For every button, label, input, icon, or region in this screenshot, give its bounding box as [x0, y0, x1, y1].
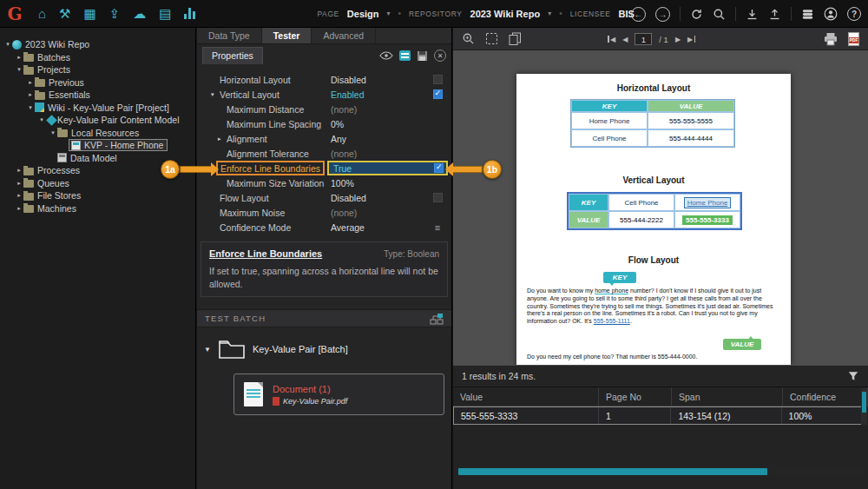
tab-data-type[interactable]: Data Type [197, 28, 262, 43]
menu-icon[interactable]: ≡ [435, 222, 440, 233]
document-page[interactable]: Horizontal Layout KEY VALUE Home Phone 5… [516, 74, 791, 365]
page-selector[interactable]: Design [347, 9, 379, 19]
tree-item-content-model[interactable]: ▾ Key-Value Pair Content Model [0, 114, 195, 127]
repository-selector[interactable]: 2023 Wiki Repo [470, 9, 541, 19]
nav-last-button[interactable]: ▶ [687, 36, 695, 43]
property-row-confidence-mode[interactable]: Confidence Mode Average ≡ [201, 220, 448, 235]
tab-tester[interactable]: Tester [262, 28, 312, 43]
refresh-button[interactable] [690, 8, 703, 21]
document-item[interactable]: Document (1) Key-Value Pair.pdf [233, 373, 444, 415]
expand-icon[interactable]: ▾ [26, 104, 35, 111]
horizontal-layout-checkbox[interactable] [433, 75, 443, 84]
expand-icon[interactable]: ▸ [26, 79, 35, 86]
expand-icon[interactable]: ▸ [15, 180, 23, 187]
nav-prev-button[interactable]: ◀ [622, 36, 628, 43]
property-filter-icon[interactable] [399, 50, 411, 61]
enforce-line-boundaries-checkbox[interactable] [434, 163, 444, 173]
expand-icon[interactable]: ▾ [49, 129, 57, 136]
eye-icon[interactable] [379, 50, 393, 61]
tree-item-essentials[interactable]: ▸ Essentials [0, 89, 195, 102]
tree-item-wiki-project[interactable]: ▾ Wiki - Key-Value Pair [Project] [0, 102, 195, 115]
tree-item-file-stores[interactable]: ▸ File Stores [0, 189, 195, 202]
tree-item-machines[interactable]: ▸ Machines [0, 202, 195, 215]
batch-process-icon[interactable] [430, 313, 444, 325]
pdf-export-button[interactable]: PDF [848, 32, 859, 46]
property-row-flow-layout[interactable]: Flow Layout Disabled [201, 190, 448, 205]
batch-folder-row[interactable]: ▼ Key-Value Pair [Batch] [197, 339, 451, 360]
search-button[interactable] [713, 8, 726, 21]
export-icon[interactable]: ⇪ [109, 7, 121, 20]
scrollbar-thumb[interactable] [458, 468, 767, 475]
property-row-enforce-line-boundaries[interactable]: Enforce Line Boundaries True [201, 161, 448, 175]
topbar-action-icons: ← → ? [631, 0, 861, 28]
expand-icon[interactable]: ▼ [204, 346, 211, 354]
home-icon[interactable]: ⌂ [38, 7, 46, 20]
zoom-icon[interactable] [462, 32, 475, 45]
expand-icon[interactable]: ▸ [15, 54, 23, 61]
stats-icon[interactable] [184, 8, 195, 19]
expand-icon[interactable]: ▾ [211, 91, 220, 98]
expand-icon[interactable]: ▸ [218, 135, 227, 142]
column-header-page-no[interactable]: Page No [599, 387, 672, 406]
nav-first-button[interactable]: ◀ [608, 36, 615, 43]
expand-icon[interactable]: ▾ [15, 66, 23, 73]
column-header-confidence[interactable]: Confidence [783, 387, 868, 406]
property-row-maximum-line-spacing[interactable]: Maximum Line Spacing 0% [201, 116, 448, 131]
property-row-maximum-noise[interactable]: Maximum Noise (none) [201, 205, 448, 220]
expand-icon[interactable]: ▾ [3, 41, 12, 48]
page-number-box[interactable]: 1 [635, 33, 652, 45]
tree-item-batches[interactable]: ▸ Batches [0, 51, 195, 64]
batches-grid-icon[interactable]: ▦ [84, 7, 96, 20]
print-button[interactable] [824, 32, 838, 46]
chevron-down-icon[interactable]: ▾ [548, 10, 551, 17]
tree-item-projects[interactable]: ▾ Projects [0, 63, 195, 76]
design-tools-icon[interactable]: ⚒ [59, 7, 70, 20]
highlighted-property-value[interactable]: True [327, 161, 448, 175]
expand-icon[interactable]: ▸ [26, 91, 35, 98]
tree-item-kvp-home-phone[interactable]: KVP - Home Phone [0, 139, 195, 152]
property-row-maximum-size-variation[interactable]: Maximum Size Variation 100% [201, 175, 448, 190]
properties-tab[interactable]: Properties [202, 47, 263, 64]
save-icon[interactable] [417, 50, 428, 62]
expand-icon[interactable]: ▸ [15, 192, 23, 199]
tree-item-local-resources[interactable]: ▾ Local Resources [0, 127, 195, 140]
tree-item-repo-root[interactable]: ▾ 2023 Wiki Repo [0, 38, 195, 51]
scrollbar-thumb[interactable] [862, 392, 866, 413]
column-header-value[interactable]: Value [453, 387, 599, 406]
key-callout-badge: KEY [603, 272, 636, 283]
cloud-icon[interactable]: ☁ [133, 7, 146, 20]
tree-item-previous[interactable]: ▸ Previous [0, 76, 195, 89]
upload-button[interactable] [768, 8, 781, 21]
property-row-horizontal-layout[interactable]: Horizontal Layout Disabled [201, 72, 448, 87]
chevron-down-icon[interactable]: ▾ [387, 10, 391, 17]
forward-button[interactable]: → [655, 7, 670, 22]
expand-icon[interactable]: ▸ [15, 167, 23, 174]
expand-icon[interactable]: ▸ [15, 205, 23, 212]
profile-button[interactable] [824, 7, 838, 21]
column-header-span[interactable]: Span [672, 387, 783, 406]
vertical-layout-checkbox[interactable] [433, 89, 443, 99]
results-row[interactable]: 555-555-3333 1 143-154 (12) 100% [453, 406, 867, 425]
property-row-vertical-layout[interactable]: ▾Vertical Layout Enabled [201, 87, 448, 102]
stack-icon[interactable] [801, 8, 814, 21]
nav-next-button[interactable]: ▶ [675, 36, 681, 43]
close-icon[interactable]: ✕ [434, 50, 446, 62]
thumbnails-icon[interactable] [509, 32, 522, 45]
document-canvas[interactable]: Horizontal Layout KEY VALUE Home Phone 5… [453, 50, 868, 365]
property-row-alignment-tolerance[interactable]: Alignment Tolerance (none) [201, 146, 448, 161]
property-row-alignment[interactable]: ▸Alignment Any [201, 131, 448, 146]
property-row-maximum-distance[interactable]: Maximum Distance (none) [201, 102, 448, 116]
select-region-icon[interactable] [485, 32, 498, 45]
archive-icon[interactable]: ▤ [159, 7, 171, 20]
download-button[interactable] [746, 8, 759, 21]
flow-layout-checkbox[interactable] [433, 193, 443, 202]
help-button[interactable]: ? [847, 7, 861, 21]
clear-results-icon[interactable] [847, 370, 859, 382]
horizontal-scrollbar[interactable] [455, 467, 866, 476]
tree-item-queues[interactable]: ▸ Queues [0, 177, 195, 190]
test-batch-header: TEST BATCH [197, 309, 451, 327]
results-vertical-scrollbar[interactable] [861, 388, 867, 425]
tab-advanced[interactable]: Advanced [312, 28, 376, 43]
expand-icon[interactable]: ▾ [37, 116, 46, 123]
back-button[interactable]: ← [631, 7, 646, 22]
